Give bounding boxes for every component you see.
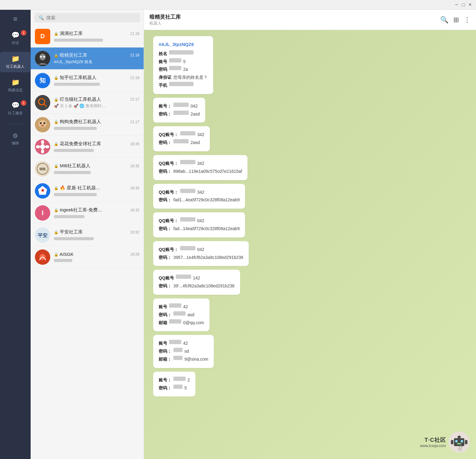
chat-item-dangdang[interactable]: 🔒 叮当猫社工库机器人 21:17 🚀 共 1 条 🚀 🌐 查询用时:... xyxy=(31,92,144,114)
svg-text:★: ★ xyxy=(41,188,45,193)
message-10: 账号42 密码：sd 邮箱：9@sina.com xyxy=(153,335,214,368)
chat-preview-huahua xyxy=(54,148,139,152)
chat-items: D 🔒 滴滴社工库 21:18 � xyxy=(31,25,144,459)
chat-preview-ping xyxy=(54,236,139,241)
msg-value: 42 xyxy=(183,340,188,347)
msg-label: QQ账号： xyxy=(159,246,178,253)
message-8: QQ账号142 密码：39'...4fcf62a3a8c108ed291b238 xyxy=(153,270,240,295)
chat-name-mi6: 🔒 MI6社工机器人 xyxy=(54,163,90,169)
svg-point-17 xyxy=(45,145,49,148)
msg-label: 密码： xyxy=(159,283,172,290)
svg-rect-33 xyxy=(458,436,461,438)
msg-label: 邮箱 xyxy=(159,319,167,327)
chat-time-didi: 21:18 xyxy=(130,32,139,36)
chat-item-aisgk[interactable]: 🔒 AISGK 18:29 xyxy=(31,246,144,268)
avatar-zhihu: 知 xyxy=(35,73,50,88)
message-5: QQ账号：342 密码：fad1...4ea5f729c0c328f08a12e… xyxy=(153,184,245,209)
header-search-button[interactable]: 🔍 xyxy=(440,16,448,24)
chat-time-zhihu: 21:18 xyxy=(130,76,139,80)
close-button[interactable]: × xyxy=(468,2,472,8)
chat-item-zhihu[interactable]: 知 🔒 知乎社工库机器人 21:18 xyxy=(31,70,144,92)
message-6: QQ账号：042 密码：fad...14ea5f729c0c328f08a12e… xyxy=(153,212,245,237)
maximize-button[interactable]: □ xyxy=(462,2,465,8)
channel-label: 社工频道 xyxy=(8,111,23,116)
chat-name-gougou: 🔒 狗狗免费社工机器人 xyxy=(54,119,101,125)
chat-preview-dangdang: 🚀 共 1 条 🚀 🌐 查询用时:... xyxy=(54,103,139,109)
msg-label: 邮箱： xyxy=(159,356,172,363)
nav-sidebar: ≡ 💬 1 对话 📁 社工机器人 📁 凤楼信息 💬 1 社工频道 ⚙ 编辑 xyxy=(0,10,31,459)
svg-point-10 xyxy=(43,122,45,124)
avatar-huahua xyxy=(35,139,50,154)
svg-rect-32 xyxy=(457,443,461,444)
msg-value: 142 xyxy=(193,275,200,282)
message-2: 账号：042 密码：2asd xyxy=(153,98,205,123)
msg-label: 密码 xyxy=(159,66,167,73)
sidebar-item-channel[interactable]: 💬 1 社工频道 xyxy=(0,98,31,119)
chat-item-xingdun[interactable]: ★ 🔒 🔥 星盾·社工机器... 18:35 xyxy=(31,180,144,202)
edit-icon: ⚙ xyxy=(13,132,18,139)
search-bar[interactable]: 🔍 xyxy=(34,13,140,22)
msg-value: 3957...1e4fcf62a3a8c108ed291b238 xyxy=(173,254,243,261)
header-more-button[interactable]: ⋮ xyxy=(464,16,470,24)
svg-rect-34 xyxy=(451,440,453,444)
chat-list-panel: 🔍 D 🔒 滴滴社工库 21:18 xyxy=(31,10,144,459)
sidebar-item-bots[interactable]: 📁 社工机器人 xyxy=(0,52,31,72)
msg-label: 密码： xyxy=(159,168,172,175)
svg-point-16 xyxy=(36,145,40,148)
msg-value: 342 xyxy=(197,189,204,196)
chat-item-ping[interactable]: 平安 🔒 平安社工库 18:32 xyxy=(31,224,144,246)
chat-item-mi6[interactable]: MI6 🔒 MI6社工机器人 18:35 xyxy=(31,158,144,180)
chat-name-zhihu: 🔒 知乎社工库机器人 xyxy=(54,75,96,81)
msg-label: 账号 xyxy=(159,340,167,347)
menu-icon[interactable]: ≡ xyxy=(13,15,17,23)
chat-item-ingeek[interactable]: I 🔒 ingeek社工库-免费... 18:32 xyxy=(31,202,144,224)
msg-value: 2asd xyxy=(191,111,200,118)
chat-time-ping: 18:32 xyxy=(130,230,139,234)
chat-info-anjing: 🔒 暗精灵社工库 21:18 #AJL_3tpzNQZ6 姓名 xyxy=(54,52,139,65)
svg-point-2 xyxy=(40,56,42,58)
avatar-dangdang xyxy=(35,95,50,110)
msg-label: 密码： xyxy=(159,225,172,233)
chat-info-aisgk: 🔒 AISGK 18:29 xyxy=(54,252,139,262)
watermark-icon xyxy=(448,431,470,453)
sidebar-item-info[interactable]: 📁 凤楼信息 xyxy=(0,75,31,96)
minimize-button[interactable]: − xyxy=(455,2,458,8)
msg-label: 密码： xyxy=(159,254,172,261)
msg-label: QQ账号： xyxy=(159,160,178,167)
message-4: QQ账号：342 密码：898ab...119e1a09c575cd7e2161… xyxy=(153,155,247,180)
avatar-xingdun: ★ xyxy=(35,183,50,199)
chat-preview-anjing: #AJL_3tpzNQZ6 姓名 xyxy=(54,59,139,65)
chat-icon: 💬 xyxy=(11,31,20,39)
svg-point-30 xyxy=(455,440,458,442)
svg-rect-35 xyxy=(465,440,467,444)
chat-item-anjing[interactable]: 🔒 暗精灵社工库 21:18 #AJL_3tpzNQZ6 姓名 xyxy=(31,47,144,70)
watermark-subtext: www.tcsqw.com xyxy=(420,444,446,448)
msg-label: 密码： xyxy=(159,111,172,118)
chat-preview-gougou xyxy=(54,126,139,130)
msg-value: 898ab...119e1a09c575cd7e21615af xyxy=(173,168,242,175)
chat-time-huahua: 18:36 xyxy=(130,142,139,146)
sidebar-item-chat[interactable]: 💬 1 对话 xyxy=(0,28,31,49)
chat-item-huahua[interactable]: 🔒 花花免费全球社工库 18:36 xyxy=(31,136,144,158)
sidebar-item-edit[interactable]: ⚙ 编辑 xyxy=(0,129,31,149)
chat-header: 暗精灵社工库 机器人 🔍 ⊞ ⋮ xyxy=(144,10,476,30)
avatar-didi: D xyxy=(35,29,50,44)
search-input[interactable] xyxy=(46,15,136,20)
svg-rect-29 xyxy=(454,438,464,446)
chat-item-gougou[interactable]: 🔒 狗狗免费社工机器人 21:17 xyxy=(31,114,144,136)
msg-value: 042 xyxy=(191,103,198,110)
chat-item-didi[interactable]: D 🔒 滴滴社工库 21:18 xyxy=(31,25,144,47)
svg-point-4 xyxy=(35,95,50,110)
chat-preview-xingdun xyxy=(54,192,139,196)
msg-value: 您母亲的姓名是？ xyxy=(173,74,208,81)
chat-main: 暗精灵社工库 机器人 🔍 ⊞ ⋮ #AJL_3tpzNQZ6 姓名 账号5 密码… xyxy=(144,10,476,459)
msg-value: 5 xyxy=(183,58,186,66)
header-layout-button[interactable]: ⊞ xyxy=(453,16,459,24)
avatar-gougou xyxy=(35,117,50,132)
svg-point-13 xyxy=(40,144,45,149)
chat-badge: 1 xyxy=(21,30,26,36)
chat-name-xingdun: 🔒 🔥 星盾·社工机器... xyxy=(54,185,100,191)
message-3: QQ账号：342 密码：2asd xyxy=(153,126,210,151)
msg-value: asd xyxy=(187,311,195,319)
chat-header-info: 暗精灵社工库 机器人 xyxy=(149,13,181,26)
